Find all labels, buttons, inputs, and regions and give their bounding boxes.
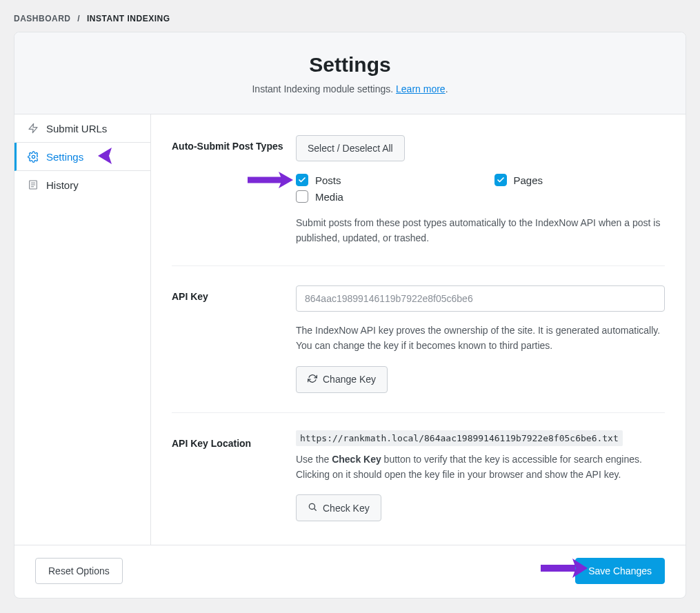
reset-options-button[interactable]: Reset Options xyxy=(35,558,123,584)
content-area: Auto-Submit Post Types Select / Deselect… xyxy=(151,114,686,545)
desc-api-key: The IndexNow API key proves the ownershi… xyxy=(296,323,665,354)
breadcrumb: DASHBOARD / INSTANT INDEXING xyxy=(14,14,686,23)
label-api-key: API Key xyxy=(172,285,296,302)
learn-more-link[interactable]: Learn more xyxy=(396,83,446,94)
gear-icon xyxy=(27,150,39,163)
footer: Reset Options Save Changes xyxy=(14,545,686,598)
select-deselect-all-button[interactable]: Select / Deselect All xyxy=(296,135,405,161)
checkbox-icon xyxy=(494,174,507,186)
header-area: Settings Instant Indexing module setting… xyxy=(14,32,686,114)
label-api-key-location: API Key Location xyxy=(172,432,296,449)
button-label: Check Key xyxy=(323,503,370,514)
annotation-arrow-icon xyxy=(242,170,293,190)
sidebar-item-history[interactable]: History xyxy=(14,171,150,199)
api-key-location-path: https://rankmath.local/864aac19899146119… xyxy=(296,430,623,446)
row-api-key-location: API Key Location https://rankmath.local/… xyxy=(172,432,665,529)
checkbox-label: Media xyxy=(315,191,343,203)
desc-api-key-location: Use the Check Key button to verify that … xyxy=(296,452,665,483)
search-icon xyxy=(308,502,317,514)
bolt-icon xyxy=(27,122,39,134)
svg-point-1 xyxy=(32,155,34,158)
sidebar-item-label: History xyxy=(46,179,79,191)
checkbox-label: Posts xyxy=(315,174,341,186)
sidebar-item-submit-urls[interactable]: Submit URLs xyxy=(14,114,150,143)
sidebar-item-label: Settings xyxy=(46,151,83,163)
page-title: Settings xyxy=(31,53,669,77)
checkbox-icon xyxy=(296,174,308,186)
label-auto-submit: Auto-Submit Post Types xyxy=(172,135,296,152)
save-changes-button[interactable]: Save Changes xyxy=(575,558,665,584)
button-label: Change Key xyxy=(323,374,376,385)
checkbox-media[interactable]: Media xyxy=(296,190,467,203)
sidebar-item-settings[interactable]: Settings xyxy=(14,143,150,171)
desc-bold: Check Key xyxy=(332,454,381,465)
api-key-input[interactable] xyxy=(296,285,665,312)
refresh-icon xyxy=(308,374,317,385)
sidebar-item-label: Submit URLs xyxy=(46,123,107,134)
history-icon xyxy=(27,179,39,191)
check-key-button[interactable]: Check Key xyxy=(296,494,381,521)
annotation-arrow-icon xyxy=(98,145,137,166)
change-key-button[interactable]: Change Key xyxy=(296,366,388,393)
page-subtitle: Instant Indexing module settings. Learn … xyxy=(31,83,669,94)
breadcrumb-current: INSTANT INDEXING xyxy=(87,14,170,23)
checkbox-label: Pages xyxy=(514,174,543,186)
subtitle-suffix: . xyxy=(446,83,448,94)
sidebar: Submit URLs Settings xyxy=(14,114,151,545)
subtitle-text: Instant Indexing module settings. xyxy=(252,83,396,94)
row-api-key: API Key The IndexNow API key proves the … xyxy=(172,285,665,413)
breadcrumb-dashboard-link[interactable]: DASHBOARD xyxy=(14,14,71,23)
svg-line-7 xyxy=(314,509,317,511)
checkbox-posts[interactable]: Posts xyxy=(296,174,467,186)
svg-marker-0 xyxy=(29,123,37,132)
desc-prefix: Use the xyxy=(296,454,332,465)
checkbox-icon xyxy=(296,190,308,203)
checkbox-pages[interactable]: Pages xyxy=(494,174,666,186)
settings-card: Settings Instant Indexing module setting… xyxy=(14,32,686,599)
desc-auto-submit: Submit posts from these post types autom… xyxy=(296,215,665,246)
breadcrumb-separator: / xyxy=(77,14,80,23)
row-auto-submit: Auto-Submit Post Types Select / Deselect… xyxy=(172,135,665,266)
